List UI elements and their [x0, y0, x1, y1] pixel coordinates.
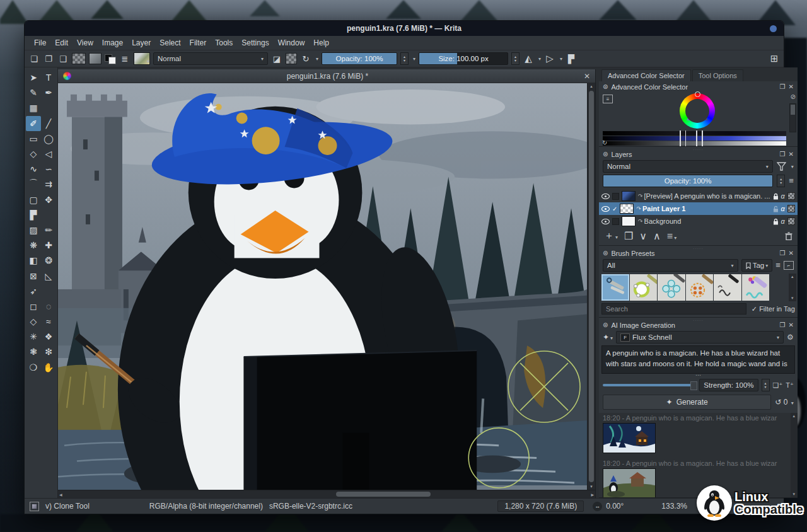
- history-count-button[interactable]: ↺ 0 ▾: [775, 398, 793, 407]
- wraparound-icon[interactable]: ▷: [544, 53, 555, 64]
- canvas-vertical-scrollbar[interactable]: ▲ ▼: [587, 83, 595, 490]
- filter-funnel-icon[interactable]: [777, 162, 786, 171]
- brush-editor-button[interactable]: ▾: [134, 52, 150, 65]
- menu-filter[interactable]: Filter: [185, 38, 211, 47]
- layer-row-background[interactable]: ↷ Background α: [599, 215, 798, 228]
- layer-row-preview[interactable]: ↷ [Preview] A penguin who is a magican. …: [599, 190, 798, 202]
- menu-help[interactable]: Help: [309, 38, 334, 47]
- layer-checkbox[interactable]: [612, 193, 619, 200]
- visibility-eye-icon[interactable]: [601, 206, 610, 212]
- trim-icon[interactable]: ▛: [566, 53, 577, 64]
- add-layer-result-icon[interactable]: ❏⁺: [773, 382, 783, 388]
- display-mode-icon[interactable]: ⌐: [784, 261, 794, 270]
- brush-preset-thumb[interactable]: [742, 274, 770, 301]
- tool-zoom[interactable]: ❍: [26, 360, 41, 375]
- close-icon[interactable]: ✕: [788, 151, 793, 158]
- tab-advanced-color-selector[interactable]: Advanced Color Selector: [601, 69, 691, 81]
- vscroll-thumb[interactable]: [589, 91, 594, 482]
- drag-handle[interactable]: ·····: [693, 246, 704, 251]
- model-dropdown[interactable]: F Flux Schnell▾: [616, 331, 784, 344]
- canvas-horizontal-scrollbar[interactable]: ◀ ▶: [58, 490, 595, 498]
- reload-preset-icon[interactable]: ↻: [300, 53, 311, 64]
- tool-polygon-select[interactable]: ◇: [26, 314, 41, 329]
- tool-magnetic-select[interactable]: ❇: [41, 344, 56, 359]
- add-layer-button[interactable]: ＋▾: [604, 229, 618, 243]
- rotation-value[interactable]: 0.00°: [606, 502, 624, 511]
- visibility-eye-icon[interactable]: [601, 194, 610, 199]
- save-document-icon[interactable]: ❑: [57, 53, 69, 64]
- tool-calligraphy[interactable]: ✒: [41, 85, 56, 100]
- lock-icon[interactable]: [773, 193, 779, 200]
- scroll-down-icon[interactable]: ▼: [588, 483, 595, 490]
- float-icon[interactable]: ❐: [779, 151, 785, 158]
- pattern-selector[interactable]: [72, 53, 86, 64]
- open-document-icon[interactable]: ❐: [43, 53, 54, 64]
- alpha-lock-icon[interactable]: α: [781, 205, 785, 212]
- tag-button[interactable]: Tag▾: [741, 259, 773, 272]
- subwindow-titlebar[interactable]: penguin1.kra (7.6 MiB) * ✕: [58, 69, 595, 83]
- menu-image[interactable]: Image: [98, 38, 127, 47]
- tool-airbrush-edit[interactable]: ❋: [26, 238, 41, 253]
- window-control-button[interactable]: [770, 25, 777, 32]
- delete-layer-trash-icon[interactable]: [785, 232, 792, 240]
- tool-line[interactable]: ╱: [41, 116, 56, 131]
- chevron-down-icon[interactable]: ▾: [316, 56, 318, 62]
- preset-filter-dropdown[interactable]: All▾: [603, 259, 738, 272]
- inherit-alpha-icon[interactable]: [787, 192, 795, 200]
- menu-edit[interactable]: Edit: [50, 38, 73, 47]
- preserve-alpha-icon[interactable]: [286, 53, 297, 64]
- close-icon[interactable]: ✕: [584, 72, 590, 81]
- drag-handle[interactable]: ·····: [693, 147, 704, 152]
- brush-preset-thumb[interactable]: [714, 274, 741, 301]
- rotation-icon[interactable]: ↔: [593, 502, 602, 511]
- close-icon[interactable]: ✕: [788, 84, 793, 90]
- inherit-alpha-icon[interactable]: [787, 217, 795, 225]
- strength-spinbox[interactable]: Strength: 100%: [699, 379, 758, 391]
- tool-bezier-curve[interactable]: ∿: [26, 161, 41, 176]
- tool-measure[interactable]: ◺: [41, 268, 56, 283]
- visibility-eye-icon[interactable]: [601, 219, 610, 224]
- tool-select-shapes[interactable]: ➤: [26, 70, 41, 85]
- float-icon[interactable]: ❐: [779, 322, 785, 328]
- filter-in-tag-checkbox[interactable]: ✓ Filter in Tag: [752, 305, 795, 313]
- presets-menu-icon[interactable]: ≡: [775, 262, 781, 269]
- tool-ellipse[interactable]: ◯: [41, 131, 56, 146]
- docker-pin-icon[interactable]: ⊜: [603, 250, 608, 257]
- alpha-lock-icon[interactable]: α: [781, 217, 785, 225]
- scroll-up-icon[interactable]: ▲: [588, 83, 595, 90]
- docker-pin-icon[interactable]: ⊜: [603, 84, 608, 90]
- tool-crop[interactable]: ▛: [26, 207, 41, 223]
- tool-reference-images[interactable]: ➶: [26, 284, 41, 299]
- tool-dynamic-brush[interactable]: ⌒: [26, 176, 41, 192]
- close-icon[interactable]: ✕: [788, 322, 793, 328]
- chevron-down-icon[interactable]: ▾: [413, 56, 415, 62]
- chevron-down-icon[interactable]: ▾: [560, 56, 562, 62]
- move-layer-down-button[interactable]: ∨: [639, 230, 647, 242]
- tool-freehand-brush[interactable]: ✐: [26, 116, 41, 131]
- strength-slider[interactable]: [603, 384, 696, 386]
- scroll-left-icon[interactable]: ◀: [58, 491, 64, 498]
- tool-bezier-select[interactable]: ❃: [26, 344, 41, 359]
- brush-preset-thumb[interactable]: [658, 274, 685, 301]
- size-spinner[interactable]: ▴▾: [511, 52, 520, 65]
- menu-file[interactable]: File: [30, 38, 50, 47]
- close-icon[interactable]: ✕: [788, 250, 793, 257]
- tool-text[interactable]: T: [41, 70, 56, 85]
- zoom-level[interactable]: 133.3%: [661, 502, 687, 511]
- mirror-horizontal-icon[interactable]: ◭: [523, 53, 534, 64]
- canvas[interactable]: [58, 83, 587, 490]
- tool-freehand-select[interactable]: ≈: [41, 314, 56, 329]
- opacity-slider[interactable]: Opacity: 100%: [322, 52, 397, 65]
- layer-properties-button[interactable]: ≡▾: [667, 231, 676, 242]
- blend-mode-dropdown[interactable]: Normal ▾: [153, 52, 268, 65]
- color-wheel[interactable]: [680, 93, 715, 129]
- workspace-chooser-icon[interactable]: ⊞: [769, 53, 780, 64]
- menu-view[interactable]: View: [73, 38, 98, 47]
- brush-preset-thumb[interactable]: [686, 274, 714, 301]
- layer-opacity-spinner[interactable]: ▴▾: [777, 175, 785, 187]
- tool-edit-shapes[interactable]: ✎: [26, 85, 41, 100]
- layer-row-paint-layer-1[interactable]: ✓ ↷ Paint Layer 1 α: [599, 202, 798, 215]
- strength-spinner[interactable]: ▴▾: [762, 379, 770, 391]
- refresh-icon[interactable]: ↻: [602, 139, 607, 146]
- tool-multibrush[interactable]: ⇉: [41, 176, 56, 192]
